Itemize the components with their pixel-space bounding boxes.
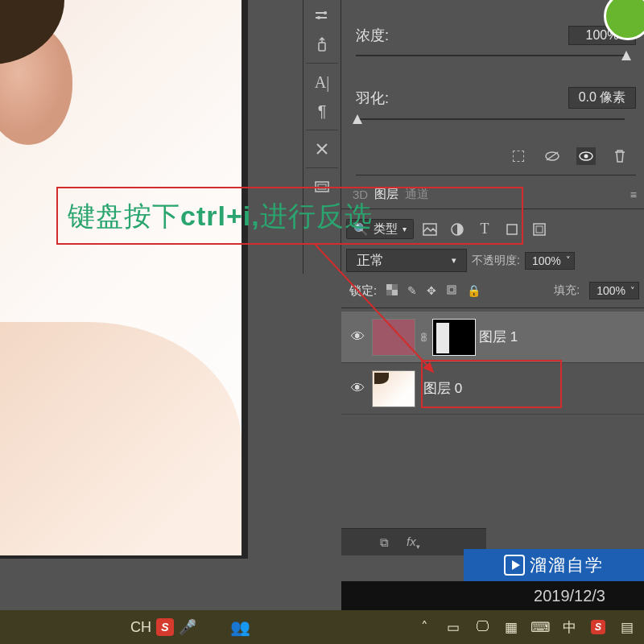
svg-rect-12 (536, 226, 543, 233)
sogou-icon[interactable]: S (156, 618, 174, 636)
play-icon (504, 555, 525, 576)
ime-indicator[interactable]: CH (130, 619, 151, 636)
mask-properties-panel: 浓度: 100% 羽化: 0.0 像素 (341, 0, 644, 175)
people-icon[interactable]: 👥 (230, 617, 250, 637)
opacity-value[interactable]: 100%˅ (525, 252, 575, 270)
tab-channels[interactable]: 通道 (405, 184, 429, 205)
mic-icon[interactable]: 🎤 (179, 618, 196, 636)
mask-link-icon[interactable]: 𝟠 (420, 331, 427, 344)
annotation-text: 键盘按下ctrl+i,进行反选 (68, 198, 373, 235)
lock-row: 锁定: ✎ ✥ 🔒 填充: 100%˅ (341, 277, 644, 308)
density-label: 浓度: (356, 26, 389, 45)
visibility-toggle-icon[interactable]: 👁 (346, 381, 369, 397)
lock-artboard-icon[interactable] (446, 284, 457, 298)
panel-tabs: 3D 图层 通道 ≡ (341, 175, 644, 208)
svg-rect-3 (316, 182, 328, 192)
lock-label: 锁定: (349, 283, 377, 299)
svg-rect-14 (386, 284, 392, 290)
lock-position-icon[interactable]: ✥ (427, 284, 436, 297)
panel-menu-icon[interactable]: ≡ (630, 188, 638, 201)
layer-name[interactable]: 图层 0 (423, 379, 462, 398)
link-layers-icon[interactable]: ⧉ (380, 535, 389, 550)
tab-layers[interactable]: 图层 (374, 184, 398, 205)
action-center-icon[interactable]: ▤ (618, 618, 636, 637)
blend-mode-select[interactable]: 正常▾ (346, 249, 467, 272)
svg-rect-11 (534, 224, 545, 235)
layer-row[interactable]: 👁 图层 0 (341, 363, 644, 415)
filter-shape-icon[interactable] (504, 221, 520, 237)
svg-rect-15 (392, 290, 398, 295)
canvas-image[interactable] (0, 0, 242, 555)
feather-label: 羽化: (356, 89, 389, 108)
fill-value[interactable]: 100%˅ (589, 282, 639, 299)
svg-point-1 (317, 16, 320, 19)
apply-mask-icon[interactable] (576, 147, 596, 165)
taskbar: CH S 🎤 👥 ˄ ▭ 🖵 ▦ ⌨ 中 S ▤ (0, 610, 644, 644)
select-mask-icon[interactable] (509, 147, 528, 165)
blend-mode-row: 正常▾ 不透明度: 100%˅ (341, 244, 644, 277)
layer-thumbnail[interactable] (372, 319, 415, 356)
svg-rect-2 (319, 43, 325, 51)
layers-list: 👁 𝟠 图层 1 👁 图层 0 (341, 308, 644, 418)
layer-filter-row: 🔍 类型 ▾ T (341, 214, 644, 244)
invert-mask-icon[interactable] (543, 147, 562, 165)
right-panel: 浓度: 100% 羽化: 0.0 像素 (341, 0, 644, 559)
fill-label: 填充: (554, 283, 580, 298)
lock-paint-icon[interactable]: ✎ (407, 284, 417, 297)
character-panel-icon[interactable]: A| (309, 70, 335, 94)
filter-pixel-icon[interactable] (422, 221, 438, 237)
lock-all-icon[interactable]: 🔒 (467, 284, 481, 297)
filter-type-icon[interactable]: T (477, 221, 493, 237)
display-icon[interactable]: 🖵 (473, 618, 491, 637)
frame-icon[interactable] (309, 175, 335, 199)
filter-smart-icon[interactable] (531, 221, 547, 237)
opacity-label: 不透明度: (472, 254, 520, 268)
svg-point-0 (324, 11, 327, 14)
tray-chevron-icon[interactable]: ˄ (415, 618, 433, 637)
svg-rect-4 (318, 184, 326, 189)
layer-fx-icon[interactable]: fx▾ (407, 535, 420, 551)
keyboard-icon[interactable]: ⌨ (531, 618, 549, 637)
tools-icon[interactable] (309, 137, 335, 161)
clone-source-icon[interactable] (309, 32, 335, 56)
date-strip: 2019/12/3 (341, 581, 644, 610)
svg-rect-17 (449, 287, 454, 292)
layer-name[interactable]: 图层 1 (479, 328, 518, 346)
svg-rect-10 (507, 225, 517, 234)
svg-point-7 (584, 155, 588, 159)
layer-thumbnail[interactable] (372, 370, 415, 407)
battery-icon[interactable]: ▭ (444, 618, 462, 637)
feather-slider[interactable] (356, 115, 636, 123)
canvas-area (0, 0, 248, 559)
logo-banner: 溜溜自学 (464, 549, 644, 581)
video-icon[interactable]: ▦ (502, 618, 520, 637)
delete-mask-icon[interactable] (610, 147, 630, 165)
density-slider[interactable] (356, 52, 636, 60)
mask-thumbnail[interactable] (432, 319, 476, 356)
layer-row[interactable]: 👁 𝟠 图层 1 (341, 312, 644, 363)
visibility-toggle-icon[interactable]: 👁 (346, 329, 369, 345)
filter-adjustment-icon[interactable] (449, 221, 465, 237)
ime-mode[interactable]: 中 (560, 618, 578, 637)
feather-value[interactable]: 0.0 像素 (568, 87, 636, 109)
sogou-tray-icon[interactable]: S (589, 618, 607, 637)
brush-settings-icon[interactable] (309, 3, 335, 27)
lock-transparency-icon[interactable] (386, 284, 398, 298)
paragraph-panel-icon[interactable]: ¶ (309, 99, 335, 123)
